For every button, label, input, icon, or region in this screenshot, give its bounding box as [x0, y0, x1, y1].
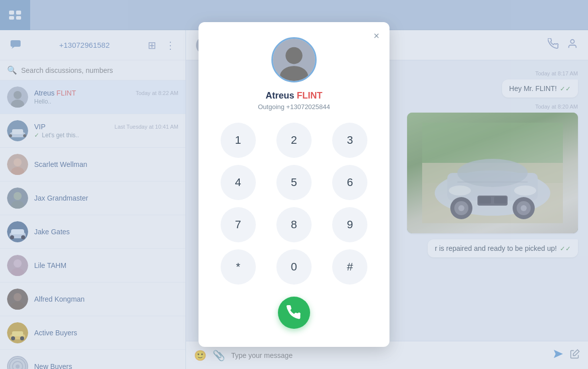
dialer-overlay: × Atreus FLINT Outgoing +13072025844 1 2… — [0, 0, 588, 369]
dialer-key-2[interactable]: 2 — [276, 123, 312, 158]
dialer-avatar — [271, 37, 317, 82]
dialer-key-hash[interactable]: # — [332, 249, 367, 285]
dialer-key-5[interactable]: 5 — [276, 165, 312, 200]
dialer-modal: × Atreus FLINT Outgoing +13072025844 1 2… — [199, 22, 389, 347]
dialer-close-button[interactable]: × — [373, 30, 379, 42]
dialer-key-star[interactable]: * — [221, 249, 256, 285]
dialer-key-0[interactable]: 0 — [276, 249, 312, 285]
dialer-key-4[interactable]: 4 — [221, 165, 256, 200]
dialer-key-9[interactable]: 9 — [332, 207, 367, 242]
dialer-subtitle: Outgoing +13072025844 — [258, 103, 330, 111]
dialer-name: Atreus FLINT — [265, 90, 322, 101]
svg-point-63 — [285, 47, 303, 64]
dialer-call-button[interactable] — [278, 297, 310, 329]
dialer-key-3[interactable]: 3 — [332, 123, 367, 158]
dialer-key-7[interactable]: 7 — [221, 207, 256, 242]
dialer-key-6[interactable]: 6 — [332, 165, 367, 200]
dialer-key-8[interactable]: 8 — [276, 207, 312, 242]
dialer-keypad: 1 2 3 4 5 6 7 8 9 * 0 # — [214, 123, 374, 285]
dialer-key-1[interactable]: 1 — [221, 123, 256, 158]
